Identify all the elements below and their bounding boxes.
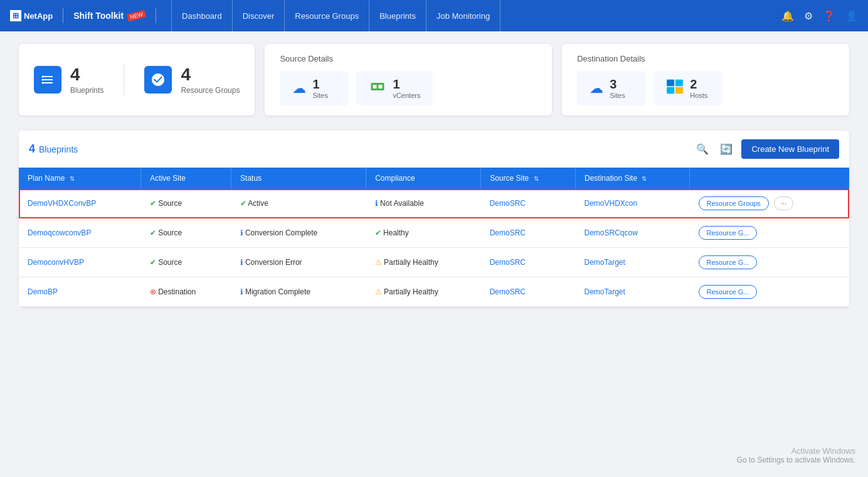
source-sites-label: Sites xyxy=(312,92,327,99)
cell-status: ✔ Active xyxy=(231,189,366,218)
svg-rect-4 xyxy=(373,85,377,88)
summary-resource-groups: 4 Resource Groups xyxy=(144,65,240,95)
cell-actions: Resource G... xyxy=(690,218,849,248)
cell-source-site: DemoSRC xyxy=(481,277,576,307)
blueprints-label: Blueprints xyxy=(70,86,103,95)
summary-section: 4 Blueprints 4 Resource Groups Source De xyxy=(19,44,849,115)
source-vcenters-icon xyxy=(369,79,386,98)
source-details-items: ☁ 1 Sites 1 xyxy=(280,71,537,105)
summary-divider xyxy=(124,64,124,95)
summary-card-main: 4 Blueprints 4 Resource Groups xyxy=(19,44,255,115)
dest-sites-item: ☁ 3 Sites xyxy=(577,71,646,105)
blueprints-actions: 🔍 🔄 Create New Blueprint xyxy=(694,139,839,159)
cell-plan-name: DemoBP xyxy=(19,277,141,307)
destination-details-items: ☁ 3 Sites xyxy=(577,71,834,105)
nav-divider-1 xyxy=(63,8,63,23)
svg-rect-6 xyxy=(667,79,674,85)
resource-groups-btn[interactable]: Resource G... xyxy=(699,285,758,299)
settings-icon[interactable]: ⚙ xyxy=(804,10,813,22)
refresh-button[interactable]: 🔄 xyxy=(717,141,735,158)
netapp-logo: NetApp xyxy=(10,10,53,21)
source-sites-item: ☁ 1 Sites xyxy=(280,71,349,105)
dest-hosts-count: 2 xyxy=(690,77,707,92)
more-btn[interactable]: ··· xyxy=(774,196,793,210)
shift-toolkit-label: Shift Toolkit xyxy=(73,11,124,21)
table-header-row: Plan Name ⇅ Active Site Status Complianc… xyxy=(19,168,849,189)
cell-compliance: ℹ Not Available xyxy=(366,189,481,218)
netapp-logo-icon xyxy=(10,10,21,21)
source-vcenters-item: 1 vCenters xyxy=(356,71,433,105)
nav-link-discover[interactable]: Discover xyxy=(233,0,285,31)
blueprints-info: 4 Blueprints xyxy=(70,65,103,95)
cell-active-site: ⊗ Destination xyxy=(141,277,231,307)
nav-link-job-monitoring[interactable]: Job Monitoring xyxy=(426,0,500,31)
blueprints-table-header: 4 Blueprints 🔍 🔄 Create New Blueprint xyxy=(19,131,849,168)
create-blueprint-button[interactable]: Create New Blueprint xyxy=(741,139,839,159)
nav-right: 🔔 ⚙ ❓ 👤 xyxy=(781,10,858,22)
cell-active-site: ✔ Source xyxy=(141,218,231,248)
search-button[interactable]: 🔍 xyxy=(694,141,711,158)
source-site-link[interactable]: DemoSRC xyxy=(490,258,526,267)
svg-rect-7 xyxy=(675,79,683,85)
dest-site-link[interactable]: DemoSRCqcow xyxy=(585,228,638,237)
source-vcenters-label: vCenters xyxy=(393,92,420,99)
blueprints-icon xyxy=(34,66,61,94)
plan-name-link[interactable]: DemoqcowconvBP xyxy=(28,228,91,237)
dest-hosts-icon xyxy=(666,79,684,98)
resource-groups-btn[interactable]: Resource G... xyxy=(699,255,758,269)
help-icon[interactable]: ❓ xyxy=(823,10,835,22)
cell-compliance: ⚠ Partially Healthy xyxy=(366,277,481,307)
col-status: Status xyxy=(231,168,366,189)
table-row: DemoqcowconvBP ✔ Source ℹ Conversion Com… xyxy=(19,218,849,248)
table-row: DemoBP ⊗ Destination ℹ Migration Complet… xyxy=(19,277,849,307)
nav-link-dashboard[interactable]: Dashboard xyxy=(171,0,233,31)
svg-rect-8 xyxy=(667,87,674,93)
resource-groups-btn[interactable]: Resource G... xyxy=(699,226,758,240)
cell-actions: Resource Groups··· xyxy=(690,189,849,218)
nav-link-blueprints[interactable]: Blueprints xyxy=(369,0,426,31)
cell-source-site: DemoSRC xyxy=(481,248,576,277)
user-icon[interactable]: 👤 xyxy=(845,10,858,22)
table-body: DemoVHDXConvBP ✔ Source ✔ Active ℹ Not A… xyxy=(19,189,849,307)
col-compliance: Compliance xyxy=(366,168,481,189)
cell-compliance: ⚠ Partially Healthy xyxy=(366,248,481,277)
bell-icon[interactable]: 🔔 xyxy=(781,10,794,22)
cell-compliance: ✔ Healthy xyxy=(366,218,481,248)
cell-source-site: DemoSRC xyxy=(481,189,576,218)
table-row: DemoconvHVBP ✔ Source ℹ Conversion Error… xyxy=(19,248,849,277)
source-site-link[interactable]: DemoSRC xyxy=(490,287,526,296)
col-actions xyxy=(690,168,849,189)
cell-plan-name: DemoqcowconvBP xyxy=(19,218,141,248)
plan-name-link[interactable]: DemoBP xyxy=(28,287,58,296)
netapp-brand-label: NetApp xyxy=(24,11,53,21)
destination-details-card: Destination Details ☁ 3 Sites xyxy=(562,44,849,115)
plan-name-link[interactable]: DemoVHDXConvBP xyxy=(28,199,96,208)
resource-groups-btn[interactable]: Resource Groups xyxy=(699,196,769,210)
plan-name-link[interactable]: DemoconvHVBP xyxy=(28,258,84,267)
dest-hosts-label: Hosts xyxy=(690,92,707,99)
blueprints-table-label: Blueprints xyxy=(39,144,78,154)
dest-site-link[interactable]: DemoVHDXcon xyxy=(585,199,638,208)
svg-rect-5 xyxy=(379,85,383,88)
col-destination-site: Destination Site ⇅ xyxy=(576,168,690,189)
dest-site-link[interactable]: DemoTarget xyxy=(585,258,625,267)
destination-details-title: Destination Details xyxy=(577,54,834,63)
nav-link-resource-groups[interactable]: Resource Groups xyxy=(285,0,369,31)
source-sites-icon: ☁ xyxy=(292,80,306,97)
svg-rect-9 xyxy=(675,87,683,93)
cell-plan-name: DemoVHDXConvBP xyxy=(19,189,141,218)
dest-hosts-item: 2 Hosts xyxy=(654,71,722,105)
source-vcenters-count: 1 xyxy=(393,77,420,92)
cell-actions: Resource G... xyxy=(690,248,849,277)
col-source-site: Source Site ⇅ xyxy=(481,168,576,189)
cell-active-site: ✔ Source xyxy=(141,189,231,218)
cell-destination-site: DemoVHDXcon xyxy=(576,189,690,218)
cell-status: ℹ Conversion Error xyxy=(231,248,366,277)
cell-status: ℹ Migration Complete xyxy=(231,277,366,307)
source-site-link[interactable]: DemoSRC xyxy=(490,228,526,237)
blueprints-table-count: 4 xyxy=(29,142,35,156)
source-site-link[interactable]: DemoSRC xyxy=(490,199,526,208)
cell-destination-site: DemoTarget xyxy=(576,277,690,307)
cell-destination-site: DemoSRCqcow xyxy=(576,218,690,248)
dest-site-link[interactable]: DemoTarget xyxy=(585,287,625,296)
